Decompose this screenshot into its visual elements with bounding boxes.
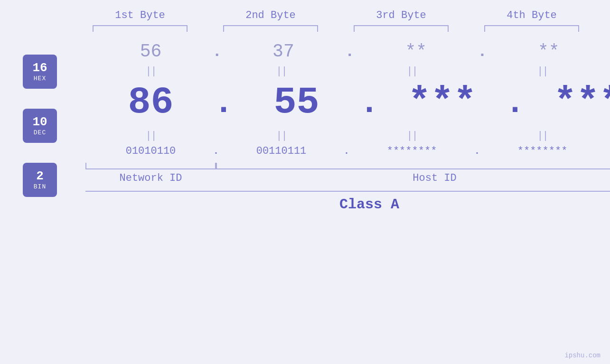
dec-byte3: *** [408,81,477,124]
pipe2-4: || [477,130,608,142]
pipe2-1: || [85,130,216,142]
pipe1-4: || [477,65,608,77]
pipe-icon-6: || [276,130,286,142]
pipe-icon-1: || [145,65,156,77]
pipe2-2: || [216,130,347,142]
class-label: Class A [85,191,610,213]
hex-values-row: 56 . 37 . ** . ** [57,41,610,62]
hex-byte4-cell: ** [483,41,610,62]
bin-byte4: ******** [517,145,568,157]
byte1-bracket [93,25,188,32]
bin-byte1: 01010110 [126,145,176,157]
bottom-bracket-row [57,163,610,169]
dec-byte2: 55 [274,81,319,124]
bin-badge: 2 BIN [23,163,57,197]
dec-byte4: *** [554,81,610,124]
host-id-bracket [216,163,610,169]
pipe-icon-5: || [145,130,156,142]
main-container: 1st Byte 2nd Byte 3rd Byte 4th Byte 16 H… [0,0,610,364]
dec-byte1: 86 [128,81,173,124]
class-row: Class A [57,191,610,213]
dec-values-row: 86 . 55 . *** . *** [57,81,610,126]
hex-byte4: ** [538,41,560,62]
dot-dec-2: . [359,87,379,120]
separator-2: || || || || [57,126,610,145]
pipe1-1: || [85,65,216,77]
network-id-label: Network ID [85,172,216,184]
pipe-icon-4: || [537,65,547,77]
badges-column: 16 HEX 10 DEC 2 BIN [0,41,57,213]
hex-badge-number: 16 [32,61,47,75]
pipe-icon-2: || [276,65,286,77]
bin-byte3: ******** [387,145,437,157]
byte2-header: 2nd Byte [218,9,323,21]
content-wrapper: 16 HEX 10 DEC 2 BIN 56 [0,41,610,213]
values-column: 56 . 37 . ** . ** || || || || [57,41,610,213]
hex-byte1-cell: 56 [85,41,216,62]
watermark: ipshu.com [564,352,601,359]
dec-byte4-cell: *** [523,81,610,124]
byte3-bracket [354,25,449,32]
bin-byte2-cell: 00110111 [216,145,347,157]
dot-dec-3: . [505,87,525,120]
pipe-icon-3: || [406,65,417,77]
bin-badge-label: BIN [34,183,46,190]
byte2-bracket [223,25,318,32]
id-labels-row: Network ID Host ID [57,172,610,184]
bin-badge-number: 2 [36,169,44,183]
hex-badge-label: HEX [34,75,46,82]
hex-badge: 16 HEX [23,55,57,89]
pipe1-2: || [216,65,347,77]
byte3-header: 3rd Byte [349,9,453,21]
bin-byte4-cell: ******** [477,145,608,157]
bin-values-row: 01010110 . 00110111 . ******** . *******… [57,145,610,157]
hex-byte3-cell: ** [351,41,481,62]
dec-badge-label: DEC [34,129,46,136]
bin-byte3-cell: ******** [347,145,477,157]
byte1-header: 1st Byte [88,9,192,21]
pipe1-3: || [347,65,477,77]
hex-byte3: ** [405,41,427,62]
dec-byte1-cell: 86 [85,81,216,124]
hex-byte1: 56 [140,41,162,62]
byte4-header: 4th Byte [479,9,584,21]
separator-1: || || || || [57,62,610,81]
host-id-label: Host ID [216,172,610,184]
dec-badge-number: 10 [32,115,47,129]
bin-byte2: 00110111 [256,145,307,157]
top-brackets [75,25,597,32]
dec-byte3-cell: *** [377,81,507,124]
pipe-icon-7: || [406,130,417,142]
hex-byte2: 37 [272,41,294,62]
dot-dec-1: . [214,87,234,120]
network-id-bracket [85,163,216,169]
byte-headers: 1st Byte 2nd Byte 3rd Byte 4th Byte [75,9,597,21]
pipe-icon-8: || [537,130,547,142]
bin-byte1-cell: 01010110 [85,145,216,157]
pipe2-3: || [347,130,477,142]
dec-badge: 10 DEC [23,109,57,143]
hex-byte2-cell: 37 [218,41,348,62]
dec-byte2-cell: 55 [231,81,362,124]
byte4-bracket [484,25,579,32]
